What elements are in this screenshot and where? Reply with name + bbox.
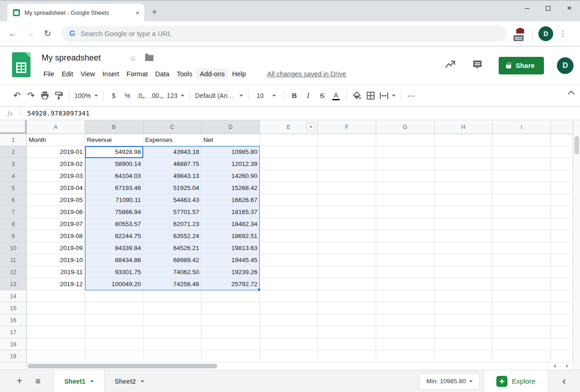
cell-I6[interactable] xyxy=(493,194,551,206)
cell-partial1[interactable] xyxy=(551,134,573,146)
cell-F19[interactable] xyxy=(318,350,376,362)
cell-A8[interactable]: 2019-07 xyxy=(27,218,85,230)
col-header-partial[interactable] xyxy=(551,120,573,134)
cell-I9[interactable] xyxy=(493,230,551,242)
cell-C8[interactable]: 62071.23 xyxy=(143,218,201,230)
cell-partial8[interactable] xyxy=(551,218,573,230)
cell-H9[interactable] xyxy=(434,230,493,242)
cell-C7[interactable]: 57701.57 xyxy=(143,206,201,218)
cell-H7[interactable] xyxy=(434,206,493,218)
italic-button[interactable]: I xyxy=(301,89,315,102)
cell-C4[interactable]: 49843.13 xyxy=(143,170,201,182)
cell-partial7[interactable] xyxy=(551,206,573,218)
cell-B3[interactable]: 58900.14 xyxy=(85,158,143,170)
undo-button[interactable]: ↶ xyxy=(10,89,24,102)
cell-A4[interactable]: 2019-03 xyxy=(27,170,85,182)
cell-C13[interactable]: 74256.48 xyxy=(143,278,201,290)
collapse-panel-button[interactable]: ‹ xyxy=(548,370,580,392)
cell-I19[interactable] xyxy=(493,350,551,362)
cell-A7[interactable]: 2019-06 xyxy=(27,206,85,218)
cell-I10[interactable] xyxy=(493,242,551,254)
row-header-10[interactable]: 10 xyxy=(0,242,27,254)
forward-button[interactable]: → xyxy=(21,29,39,39)
cell-H3[interactable] xyxy=(434,158,493,170)
cell-F10[interactable] xyxy=(318,242,376,254)
menu-format[interactable]: Format xyxy=(123,68,152,80)
cell-B16[interactable] xyxy=(85,314,143,326)
cell-G10[interactable] xyxy=(376,242,434,254)
cell-F3[interactable] xyxy=(318,158,376,170)
cell-H18[interactable] xyxy=(434,338,493,350)
cell-B7[interactable]: 75866.94 xyxy=(85,206,143,218)
cell-F16[interactable] xyxy=(318,314,376,326)
cell-E12[interactable] xyxy=(260,266,318,278)
cell-G7[interactable] xyxy=(376,206,434,218)
cell-A16[interactable] xyxy=(27,314,85,326)
cell-partial5[interactable] xyxy=(551,182,573,194)
format-currency-button[interactable]: $ xyxy=(107,89,121,102)
cell-D10[interactable]: 19813.63 xyxy=(201,242,260,254)
cell-I14[interactable] xyxy=(493,290,551,302)
add-sheet-button[interactable]: + xyxy=(10,376,29,386)
cell-G11[interactable] xyxy=(376,254,434,266)
row-header-1[interactable]: 1 xyxy=(0,134,27,146)
cell-B17[interactable] xyxy=(85,326,143,338)
more-toolbar-button[interactable]: ⋯ xyxy=(404,89,418,102)
cell-G2[interactable] xyxy=(376,146,434,158)
cell-C17[interactable] xyxy=(143,326,201,338)
menu-insert[interactable]: Insert xyxy=(99,68,123,80)
cell-G13[interactable] xyxy=(376,278,434,290)
col-header-H[interactable]: H xyxy=(434,120,493,134)
increase-decimal-button[interactable]: .00→ xyxy=(148,89,165,102)
window-close-button[interactable]: × xyxy=(559,1,580,15)
row-header-11[interactable]: 11 xyxy=(0,254,27,266)
cell-D12[interactable]: 19239.26 xyxy=(201,266,260,278)
cell-G3[interactable] xyxy=(376,158,434,170)
cell-H12[interactable] xyxy=(434,266,493,278)
fill-color-button[interactable] xyxy=(350,89,364,102)
cell-D5[interactable]: 15268.42 xyxy=(201,182,260,194)
horizontal-scrollbar[interactable] xyxy=(0,362,573,370)
cell-D9[interactable]: 18692.51 xyxy=(201,230,260,242)
cell-E6[interactable] xyxy=(260,194,318,206)
cell-C9[interactable]: 63552.24 xyxy=(143,230,201,242)
cell-I11[interactable] xyxy=(493,254,551,266)
col-header-G[interactable]: G xyxy=(376,120,434,134)
cell-F15[interactable] xyxy=(318,302,376,314)
vertical-scrollbar-thumb[interactable] xyxy=(574,136,579,154)
explore-button[interactable]: Explore xyxy=(483,370,548,392)
cell-H15[interactable] xyxy=(434,302,493,314)
cell-C5[interactable]: 51925.04 xyxy=(143,182,201,194)
comment-icon[interactable] xyxy=(472,59,483,72)
col-menu-button-E[interactable] xyxy=(306,122,315,131)
cell-partial11[interactable] xyxy=(551,254,573,266)
cell-partial15[interactable] xyxy=(551,302,573,314)
scroll-left-button[interactable] xyxy=(548,362,561,370)
cell-F7[interactable] xyxy=(318,206,376,218)
cell-F4[interactable] xyxy=(318,170,376,182)
format-percent-button[interactable]: % xyxy=(121,89,134,102)
cell-E7[interactable] xyxy=(260,206,318,218)
row-header-16[interactable]: 16 xyxy=(0,314,27,326)
cell-F18[interactable] xyxy=(318,338,376,350)
cell-D7[interactable]: 18165.37 xyxy=(201,206,260,218)
omnibox[interactable]: G Search Google or type a URL xyxy=(62,26,507,42)
cell-H1[interactable] xyxy=(434,134,493,146)
menu-data[interactable]: Data xyxy=(152,68,173,80)
text-color-button[interactable]: A xyxy=(329,89,343,102)
cell-I5[interactable] xyxy=(493,182,551,194)
row-header-14[interactable]: 14 xyxy=(0,290,27,302)
cell-D8[interactable]: 18482.34 xyxy=(201,218,260,230)
cell-B9[interactable]: 82244.75 xyxy=(85,230,143,242)
font-size-select[interactable]: 10 xyxy=(252,89,281,102)
cell-E17[interactable] xyxy=(260,326,318,338)
cell-G17[interactable] xyxy=(376,326,434,338)
new-tab-button[interactable]: + xyxy=(152,7,157,17)
cell-I13[interactable] xyxy=(493,278,551,290)
cell-D3[interactable]: 12012.39 xyxy=(201,158,260,170)
cell-I18[interactable] xyxy=(493,338,551,350)
cell-E2[interactable] xyxy=(260,146,318,158)
zoom-select[interactable]: 100% xyxy=(73,89,100,102)
cell-F12[interactable] xyxy=(318,266,376,278)
sheets-profile-avatar[interactable]: D xyxy=(557,57,574,74)
